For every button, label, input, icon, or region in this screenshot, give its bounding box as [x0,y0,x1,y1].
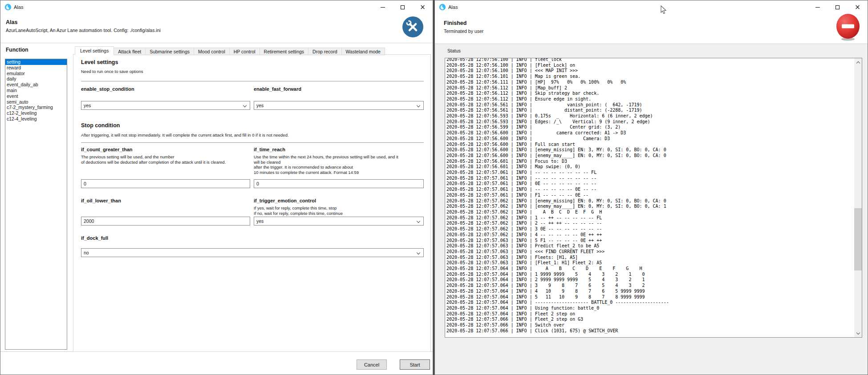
log-line: 2020-05-28 12:07:56.100 | INFO | <<< MAP… [446,68,854,74]
scrollbar-up-button[interactable] [854,58,862,66]
header-divider [0,43,433,43]
label-if-oil-lower-than: if_oil_lower_than [81,198,121,203]
maximize-icon [401,5,405,9]
chevron-up-icon [856,61,860,65]
select-enable-stop-condition[interactable]: yes [81,101,250,110]
tab[interactable]: Attack fleet [114,48,146,55]
chevron-down-icon [243,104,247,107]
input-if-count-greater-than[interactable] [81,179,250,188]
maximize-button[interactable] [827,0,848,14]
log-line: 2020-05-28 12:07:56.100 | INFO | fleet_l… [446,58,854,63]
tab[interactable]: HP control [230,48,260,55]
close-icon: × [420,4,426,11]
function-item[interactable]: setting [5,59,67,65]
window-title: Alas [14,4,23,10]
function-item[interactable]: c12-4_leveling [5,116,67,122]
function-item[interactable]: c12-2_leveling [5,110,67,116]
maximize-button[interactable] [393,0,413,14]
app-subtitle: AzurLaneAutoScript, An Azur Lane automat… [6,28,161,33]
log-line: 2020-05-28 12:07:57.064 | INFO | Fleet 2… [446,311,854,317]
scrollbar-down-button[interactable] [854,330,862,337]
run-status-subtitle: Terminated by user [444,28,483,34]
tab[interactable]: Wasteland mode [342,48,385,55]
close-icon: × [855,4,860,11]
close-button[interactable]: × [848,0,868,14]
desc-if-trigger-emotion-control: If yes, wait for reply, complete this ti… [254,206,428,216]
tab[interactable]: Level settings [75,46,114,55]
desc-if-count-greater-than: The previous setting will be used, and t… [81,154,259,165]
function-item[interactable]: c7-2_mystery_farming [5,105,67,110]
scrollbar-thumb[interactable] [854,208,862,270]
function-item[interactable]: daily [5,76,67,82]
minimize-button[interactable] [807,0,827,14]
function-item[interactable]: reward [5,65,67,71]
minimize-button[interactable] [373,0,393,14]
select-if-dock-full[interactable]: no [81,248,424,257]
log-line: 2020-05-28 12:07:57.064 | INFO | Using f… [446,306,854,311]
log-line: 2020-05-28 12:07:56.561 | INFO | distant… [446,108,854,113]
tab[interactable]: Submarine settings [146,48,194,55]
function-item[interactable]: event [5,93,67,99]
function-item[interactable]: emulator [5,71,67,77]
log-line: 2020-05-28 12:07:56.112 | INFO | Skip st… [446,91,854,97]
log-line: 2020-05-28 12:07:56.600 | INFO | camera … [446,130,854,136]
input-if-time-reach[interactable] [254,179,424,188]
separator [81,142,424,143]
select-if-trigger-emotion-control[interactable]: yes [254,217,424,226]
start-button[interactable]: Start [400,359,430,370]
tab[interactable]: Mood control [194,48,230,55]
log-output: 2020-05-28 12:07:56.100 | INFO | fleet_l… [445,58,854,337]
section-title-level-settings: Level settings [81,59,118,65]
function-list[interactable]: settingrewardemulatordailyevent_daily_ab… [5,59,67,350]
app-title: Alas [6,19,17,25]
desc-if-time-reach: Use the time within the next 24 hours, t… [254,154,428,175]
log-line: 2020-05-28 12:07:56.112 | INFO | [Map_bu… [446,85,854,91]
log-line: 2020-05-28 12:07:57.061 | INFO | F1 -- -… [446,193,854,198]
log-line: 2020-05-28 12:07:56.101 | INFO | Map is … [446,74,854,80]
select-value: no [84,250,89,255]
settings-pane: Level settings Need to run once to save … [73,54,431,352]
window-controls: × [373,0,433,14]
tab-bar: Level settingsAttack fleetSubmarine sett… [73,46,385,55]
cancel-button[interactable]: Cancel [357,359,387,370]
alas-status-window: Alas × Finished Terminated by user Statu… [434,0,868,375]
function-item[interactable]: semi_auto [5,99,67,105]
select-value: yes [256,103,264,108]
log-line: 2020-05-28 12:07:57.061 | INFO | -- -- -… [446,187,854,193]
log-line: 2020-05-28 12:07:57.063 | INFO | [Fleet_… [446,260,854,266]
function-item[interactable]: event_daily_ab [5,82,67,88]
log-line: 2020-05-28 12:07:56.601 | INFO | Map swi… [446,164,854,170]
titlebar[interactable]: Alas × [0,0,433,14]
status-panel: Status 2020-05-28 12:07:56.100 | INFO | … [435,44,868,375]
close-button[interactable]: × [413,0,433,14]
log-scrollbar[interactable] [854,58,862,337]
run-status-title: Finished [444,20,466,26]
titlebar[interactable]: Alas × [435,0,868,14]
section-title-stop-condition: Stop condition [81,122,120,129]
window-controls: × [807,0,868,14]
log-box: 2020-05-28 12:07:56.100 | INFO | fleet_l… [445,58,862,338]
input-if-oil-lower-than[interactable] [81,217,250,226]
maximize-icon [836,5,840,9]
log-line: 2020-05-28 12:07:56.600 | INFO | Camera:… [446,136,854,142]
alas-config-window: Alas × Alas AzurLaneAutoScript, An Azur … [0,0,433,375]
function-item[interactable]: main [5,88,67,93]
log-line: 2020-05-28 12:07:56.593 | INFO | 0.175s … [446,113,854,119]
log-line: 2020-05-28 12:07:56.561 | INFO | vanish_… [446,102,854,108]
function-panel-label: Function [6,47,28,53]
log-line: 2020-05-28 12:07:56.600 | INFO | [enemy_… [446,147,854,153]
log-line: 2020-05-28 12:07:57.062 | INFO | 3 0E --… [446,226,854,232]
log-line: 2020-05-28 12:07:57.063 | INFO | Predict… [446,243,854,249]
log-line: 2020-05-28 12:07:57.066 | INFO | Click (… [446,328,854,334]
log-line: 2020-05-28 12:07:57.063 | INFO | 5 F1 --… [446,238,854,244]
log-line: 2020-05-28 12:07:57.062 | INFO | 4 -- --… [446,232,854,238]
tab[interactable]: Retirement settings [260,48,308,55]
no-entry-icon [836,14,860,41]
tab[interactable]: Drop record [308,48,341,55]
select-enable-fast-forward[interactable]: yes [254,101,424,110]
label-enable-fast-forward: enable_fast_forward [254,86,301,92]
log-line: 2020-05-28 12:07:56.593 | INFO | Edges: … [446,119,854,125]
log-line: 2020-05-28 12:07:57.062 | INFO | A B C D… [446,210,854,215]
log-line: 2020-05-28 12:07:57.064 | INFO | A B C D… [446,266,854,272]
log-line: 2020-05-28 12:07:57.064 | INFO | 1 9999 … [446,272,854,278]
